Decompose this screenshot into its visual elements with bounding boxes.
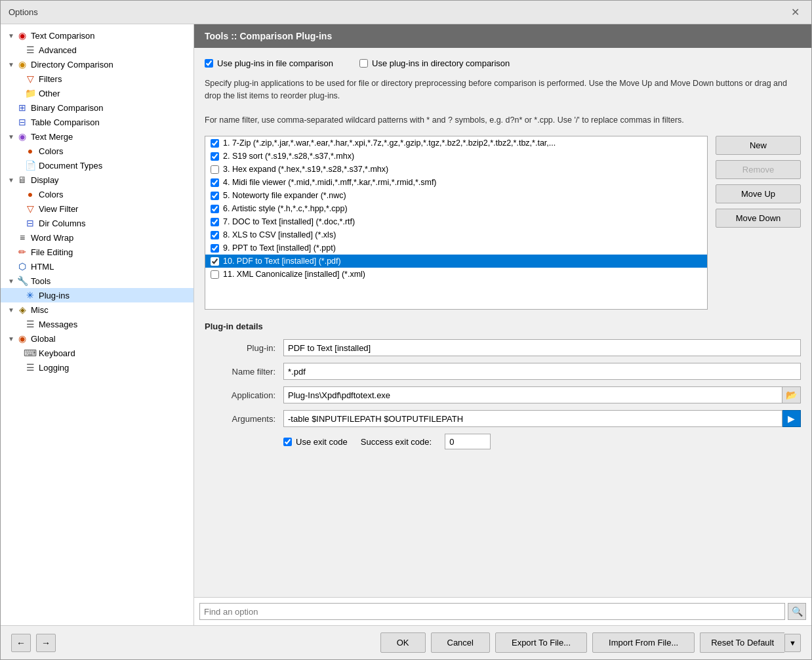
sidebar-label-plugins: Plug-ins [39, 291, 70, 300]
plugins-list[interactable]: 1. 7-Zip (*.zip,*.jar,*.war,*.ear,*.har,… [205, 136, 708, 310]
sidebar-item-dir-columns[interactable]: ⊟Dir Columns [1, 216, 193, 230]
use-exit-code-text: Use exit code [296, 437, 348, 447]
plugin-checkbox-10[interactable] [211, 257, 219, 266]
sidebar-item-document-types[interactable]: 📄Document Types [1, 158, 193, 173]
plugin-item-10[interactable]: 10. PDF to Text [installed] (*.pdf) [205, 255, 707, 268]
sidebar-item-misc[interactable]: ▼◈Misc [1, 302, 193, 317]
use-plugins-file-checkbox[interactable] [205, 59, 213, 68]
plugin-item-4[interactable]: 4. Midi file viewer (*.mid,*.midi,*.mff,… [205, 176, 707, 189]
use-plugins-dir-checkbox[interactable] [359, 59, 368, 68]
expand-icon-tools: ▼ [6, 278, 16, 285]
plugin-checkbox-11[interactable] [211, 270, 219, 279]
back-button[interactable]: ← [11, 634, 31, 652]
success-exit-code-input[interactable] [445, 434, 491, 449]
export-button[interactable]: Export To File... [495, 632, 587, 653]
cancel-button[interactable]: Cancel [431, 632, 490, 653]
sidebar-item-global[interactable]: ▼◉Global [1, 331, 193, 346]
sidebar-item-directory-comparison[interactable]: ▼◉Directory Comparison [1, 57, 193, 72]
import-button[interactable]: Import From File... [592, 632, 695, 653]
search-button[interactable]: 🔍 [788, 603, 806, 620]
close-button[interactable]: ✕ [787, 6, 803, 19]
reset-button[interactable]: Reset To Default [700, 632, 784, 653]
application-input[interactable] [283, 386, 782, 403]
sidebar-label-directory-comparison: Directory Comparison [31, 60, 113, 70]
use-plugins-file-label[interactable]: Use plug-ins in file comparison [205, 58, 333, 68]
use-plugins-dir-label[interactable]: Use plug-ins in directory comparison [359, 58, 510, 68]
node-icon-text-comparison: ◉ [16, 30, 28, 41]
sidebar-item-logging[interactable]: ☰Logging [1, 360, 193, 375]
window-title: Options [9, 7, 38, 17]
sidebar-item-keyboard[interactable]: ⌨Keyboard [1, 346, 193, 360]
plugin-item-1[interactable]: 1. 7-Zip (*.zip,*.jar,*.war,*.ear,*.har,… [205, 136, 707, 150]
plugin-item-11[interactable]: 11. XML Canonicalize [installed] (*.xml) [205, 268, 707, 281]
use-exit-code-label[interactable]: Use exit code [283, 437, 348, 447]
plugin-checkbox-9[interactable] [211, 244, 219, 253]
plugin-checkbox-7[interactable] [211, 218, 219, 226]
expand-icon-directory-comparison: ▼ [6, 61, 16, 68]
panel-body: Use plug-ins in file comparison Use plug… [194, 48, 811, 597]
sidebar-item-html[interactable]: ⬡HTML [1, 259, 193, 274]
sidebar-item-advanced[interactable]: ☰Advanced [1, 43, 193, 57]
plugin-item-5[interactable]: 5. Noteworty file expander (*.nwc) [205, 189, 707, 202]
plugin-label-9: 9. PPT to Text [installed] (*.ppt) [223, 243, 336, 253]
browse-button[interactable]: 📂 [782, 386, 801, 403]
plugin-checkbox-8[interactable] [211, 231, 219, 239]
use-exit-code-checkbox[interactable] [283, 438, 292, 446]
plugin-checkbox-6[interactable] [211, 205, 219, 213]
sidebar-item-colors-merge[interactable]: ●Colors [1, 144, 193, 158]
plugin-label-10: 10. PDF to Text [installed] (*.pdf) [223, 257, 341, 266]
application-row: Application: 📂 [205, 386, 801, 403]
node-icon-dir-columns: ⊟ [24, 217, 36, 229]
plugin-checkbox-3[interactable] [211, 165, 219, 174]
sidebar-item-display[interactable]: ▼🖥Display [1, 173, 193, 187]
new-button[interactable]: New [716, 136, 801, 155]
plugin-label-4: 4. Midi file viewer (*.mid,*.midi,*.mff,… [223, 178, 437, 187]
find-option-input[interactable] [199, 603, 785, 620]
move-up-button[interactable]: Move Up [716, 184, 801, 203]
sidebar-item-text-comparison[interactable]: ▼◉Text Comparison [1, 28, 193, 43]
sidebar-item-tools[interactable]: ▼🔧Tools [1, 274, 193, 288]
details-title: Plug-in details [205, 321, 801, 331]
plugin-item-7[interactable]: 7. DOC to Text [installed] (*.doc,*.rtf) [205, 215, 707, 228]
success-exit-code-label: Success exit code: [361, 437, 432, 447]
sidebar-item-plugins[interactable]: ✳Plug-ins [1, 288, 193, 302]
plugin-item-8[interactable]: 8. XLS to CSV [installed] (*.xls) [205, 228, 707, 241]
sidebar-item-filters[interactable]: ▽Filters [1, 72, 193, 86]
sidebar-label-table-comparison: Table Comparison [31, 117, 100, 127]
sidebar-item-other[interactable]: 📁Other [1, 86, 193, 100]
arguments-input[interactable] [283, 410, 782, 427]
sidebar-item-messages[interactable]: ☰Messages [1, 317, 193, 331]
plugin-checkbox-1[interactable] [211, 139, 219, 148]
plugin-checkbox-2[interactable] [211, 152, 219, 161]
plugin-item-2[interactable]: 2. S19 sort (*.s19,*.s28,*.s37,*.mhx) [205, 150, 707, 163]
name-filter-input[interactable] [283, 363, 801, 380]
forward-button[interactable]: → [36, 634, 56, 652]
plugin-checkbox-5[interactable] [211, 192, 219, 200]
run-button[interactable]: ▶ [782, 410, 801, 427]
title-bar: Options ✕ [1, 1, 811, 24]
plugin-details: Plug-in details Plug-in: Name filter: Ap… [205, 321, 801, 449]
sidebar-item-table-comparison[interactable]: ⊟Table Comparison [1, 115, 193, 129]
sidebar-item-colors-display[interactable]: ●Colors [1, 187, 193, 201]
node-icon-display: 🖥 [16, 174, 28, 186]
sidebar-item-word-wrap[interactable]: ≡Word Wrap [1, 230, 193, 245]
ok-button[interactable]: OK [380, 632, 426, 653]
move-down-button[interactable]: Move Down [716, 209, 801, 228]
remove-button[interactable]: Remove [716, 160, 801, 179]
plugin-checkbox-4[interactable] [211, 178, 219, 187]
node-icon-global: ◉ [16, 333, 28, 344]
sidebar-item-file-editing[interactable]: ✏File Editing [1, 245, 193, 259]
plugin-item-9[interactable]: 9. PPT to Text [installed] (*.ppt) [205, 241, 707, 255]
expand-icon-text-merge: ▼ [6, 133, 16, 140]
sidebar-item-binary-comparison[interactable]: ⊞Binary Comparison [1, 100, 193, 115]
plugin-label-6: 6. Artistic style (*.h,*.c,*.hpp,*.cpp) [223, 204, 348, 213]
plugin-input[interactable] [283, 339, 801, 356]
plugin-item-6[interactable]: 6. Artistic style (*.h,*.c,*.hpp,*.cpp) [205, 202, 707, 215]
sidebar-item-text-merge[interactable]: ▼◉Text Merge [1, 129, 193, 144]
reset-dropdown-button[interactable]: ▼ [784, 634, 801, 652]
sidebar-label-tools: Tools [31, 276, 51, 286]
name-filter-row: Name filter: [205, 363, 801, 380]
plugin-label-1: 1. 7-Zip (*.zip,*.jar,*.war,*.ear,*.har,… [223, 138, 556, 148]
plugin-item-3[interactable]: 3. Hex expand (*.hex,*.s19,*.s28,*.s37,*… [205, 163, 707, 176]
sidebar-item-view-filter[interactable]: ▽View Filter [1, 201, 193, 216]
